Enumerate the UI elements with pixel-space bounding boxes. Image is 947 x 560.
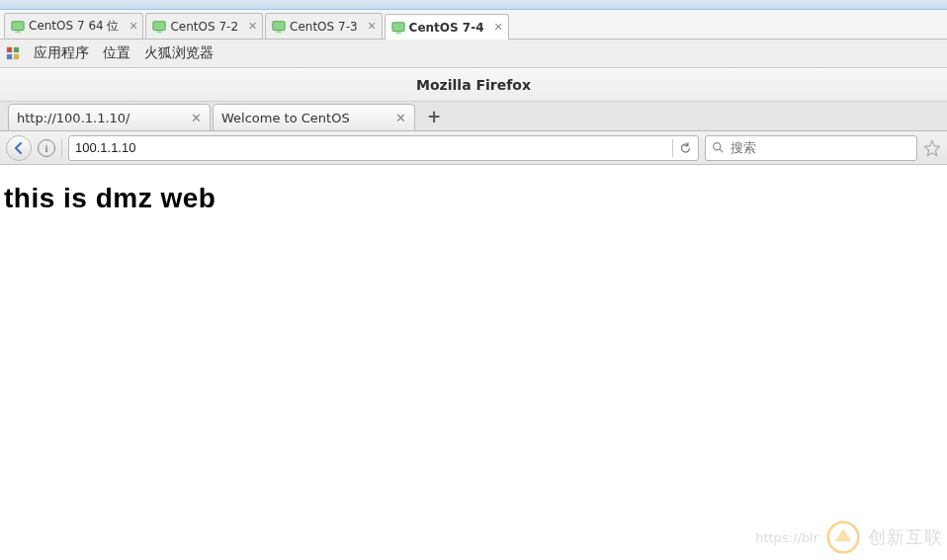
watermark-url: https://blr [755, 530, 818, 545]
svg-rect-10 [7, 54, 12, 59]
svg-rect-0 [12, 21, 24, 30]
firefox-nav-bar: i [0, 131, 947, 165]
svg-rect-1 [15, 31, 20, 33]
firefox-tab-label: http://100.1.1.10/ [17, 111, 185, 125]
vm-tab-centos7-2[interactable]: CentOS 7-2 ✕ [145, 13, 263, 39]
close-icon[interactable]: ✕ [368, 23, 376, 31]
vm-tab-centos7-4[interactable]: CentOS 7-4 ✕ [385, 14, 509, 40]
window-title-text: Mozilla Firefox [416, 77, 531, 93]
back-button[interactable] [6, 135, 32, 161]
vm-monitor-icon [272, 20, 286, 34]
close-icon[interactable]: ✕ [248, 23, 256, 31]
close-icon[interactable]: ✕ [395, 111, 406, 125]
vm-toolbar-strip [0, 0, 947, 10]
svg-rect-2 [153, 21, 165, 30]
vm-tab-centos7-3[interactable]: CentOS 7-3 ✕ [265, 13, 383, 39]
menu-places[interactable]: 位置 [103, 44, 130, 62]
svg-point-12 [714, 143, 721, 150]
page-heading: this is dmz web [4, 183, 943, 214]
firefox-tab-bar: http://100.1.1.10/ ✕ Welcome to CentOS ✕… [0, 102, 947, 131]
close-icon[interactable]: ✕ [191, 111, 202, 125]
search-icon [712, 141, 725, 154]
vm-monitor-icon [152, 20, 166, 34]
svg-rect-3 [157, 31, 162, 33]
reload-button[interactable] [672, 139, 692, 157]
menu-applications[interactable]: 应用程序 [34, 44, 89, 62]
vm-tab-label: CentOS 7-4 [409, 21, 484, 35]
svg-rect-5 [276, 31, 281, 33]
svg-rect-7 [395, 32, 400, 34]
svg-rect-9 [14, 47, 19, 52]
watermark-logo-icon [826, 520, 860, 554]
vm-tab-label: CentOS 7 64 位 [29, 18, 119, 35]
bookmark-star-icon[interactable] [923, 139, 941, 157]
close-icon[interactable]: ✕ [129, 23, 136, 31]
vm-tab-label: CentOS 7-3 [290, 20, 358, 34]
search-bar[interactable] [705, 135, 917, 161]
watermark: https://blr 创新互联 [755, 520, 943, 554]
watermark-text: 创新互联 [868, 525, 943, 549]
gnome-top-bar: 应用程序 位置 火狐浏览器 [0, 40, 947, 68]
search-input[interactable] [731, 140, 910, 155]
new-tab-button[interactable]: + [421, 106, 447, 127]
svg-rect-8 [7, 47, 12, 52]
vm-tab-label: CentOS 7-2 [170, 20, 238, 34]
reload-icon [679, 141, 692, 155]
svg-rect-6 [391, 22, 403, 31]
svg-rect-11 [14, 54, 19, 59]
vm-monitor-icon [11, 20, 25, 34]
close-icon[interactable]: ✕ [494, 24, 502, 32]
site-info-icon[interactable]: i [38, 139, 55, 157]
firefox-tab-2[interactable]: Welcome to CentOS ✕ [213, 104, 415, 130]
vm-tab-bar: CentOS 7 64 位 ✕ CentOS 7-2 ✕ CentOS 7-3 … [0, 10, 947, 40]
url-bar[interactable] [68, 135, 699, 161]
page-content: this is dmz web [0, 165, 947, 232]
firefox-tab-label: Welcome to CentOS [221, 111, 389, 125]
vm-monitor-icon [391, 21, 405, 35]
arrow-left-icon [13, 142, 25, 154]
svg-line-13 [720, 149, 723, 152]
svg-rect-4 [273, 21, 285, 30]
firefox-tab-1[interactable]: http://100.1.1.10/ ✕ [8, 104, 211, 130]
divider [61, 138, 62, 158]
activities-icon [6, 46, 20, 60]
menu-firefox[interactable]: 火狐浏览器 [144, 44, 214, 62]
url-input[interactable] [75, 140, 666, 155]
vm-tab-centos7-64[interactable]: CentOS 7 64 位 ✕ [4, 13, 143, 39]
firefox-window-title: Mozilla Firefox [0, 68, 947, 102]
